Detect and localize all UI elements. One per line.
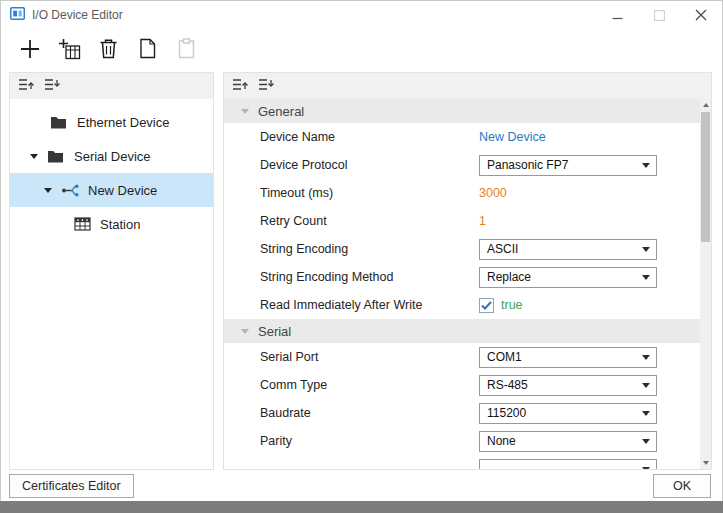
tree-item-label: Ethernet Device — [77, 115, 170, 130]
parity-dropdown[interactable]: None — [479, 431, 657, 452]
property-label: Comm Type — [260, 378, 479, 392]
chevron-down-icon — [642, 411, 650, 416]
window-title: I/O Device Editor — [32, 8, 123, 22]
collapse-icon[interactable] — [241, 109, 249, 114]
tree-toolbar — [10, 73, 213, 99]
property-label: String Encoding — [260, 242, 479, 256]
certificates-editor-button[interactable]: Certificates Editor — [9, 474, 134, 498]
add-station-button[interactable] — [56, 37, 82, 65]
property-row-serial-port: Serial Port COM1 — [224, 343, 700, 371]
chevron-down-icon — [642, 467, 650, 470]
collapse-icon[interactable] — [241, 329, 249, 334]
string-encoding-method-dropdown[interactable]: Replace — [479, 267, 657, 288]
station-icon — [74, 217, 91, 231]
property-row-retry-count: Retry Count 1 — [224, 207, 700, 235]
check-icon — [481, 301, 492, 310]
delete-button[interactable] — [95, 37, 121, 65]
scrollbar-thumb[interactable] — [701, 112, 710, 242]
clipboard-icon — [178, 38, 195, 63]
dropdown-value: RS-485 — [487, 378, 528, 392]
property-row-timeout: Timeout (ms) 3000 — [224, 179, 700, 207]
trash-icon — [99, 38, 118, 63]
dropdown-value: 115200 — [487, 406, 526, 420]
section-header-general[interactable]: General — [224, 99, 700, 123]
property-row-parity: Parity None — [224, 427, 700, 455]
property-row-read-immediately: Read Immediately After Write true — [224, 291, 700, 319]
scroll-down-icon[interactable] — [700, 457, 711, 469]
dropdown-value: Replace — [487, 270, 531, 284]
comm-type-dropdown[interactable]: RS-485 — [479, 375, 657, 396]
section-header-serial[interactable]: Serial — [224, 319, 700, 343]
device-tree: Ethernet Device Serial Device — [10, 99, 213, 469]
retry-count-value[interactable]: 1 — [479, 214, 486, 228]
title-area: I/O Device Editor — [1, 6, 596, 25]
string-encoding-dropdown[interactable]: ASCII — [479, 239, 657, 260]
main-area: Ethernet Device Serial Device — [1, 72, 722, 470]
property-row-string-encoding-method: String Encoding Method Replace — [224, 263, 700, 291]
dropdown-value: ASCII — [487, 242, 518, 256]
expand-all-icon[interactable] — [44, 77, 60, 95]
toolbar — [1, 29, 722, 72]
property-row-baudrate: Baudrate 115200 — [224, 399, 700, 427]
dropdown-partial[interactable] — [479, 459, 657, 470]
tree-item-ethernet-device[interactable]: Ethernet Device — [10, 105, 213, 139]
read-immediately-checkbox[interactable] — [479, 298, 494, 313]
property-label: Parity — [260, 434, 479, 448]
chevron-down-icon — [642, 163, 650, 168]
window-controls — [596, 1, 722, 29]
device-name-value[interactable]: New Device — [479, 130, 546, 144]
timeout-value[interactable]: 3000 — [479, 186, 507, 200]
serial-port-dropdown[interactable]: COM1 — [479, 347, 657, 368]
chevron-down-icon — [642, 355, 650, 360]
plus-icon — [19, 38, 41, 64]
desktop-background-strip — [0, 501, 723, 513]
dropdown-value: Panasonic FP7 — [487, 158, 568, 172]
section-title: Serial — [258, 324, 291, 339]
tree-item-new-device[interactable]: New Device — [10, 173, 213, 207]
table-plus-icon — [58, 38, 81, 64]
expand-all-icon[interactable] — [258, 77, 274, 95]
property-toolbar — [224, 73, 711, 99]
property-row-string-encoding: String Encoding ASCII — [224, 235, 700, 263]
tree-item-station[interactable]: Station — [10, 207, 213, 241]
section-title: General — [258, 104, 304, 119]
baudrate-dropdown[interactable]: 115200 — [479, 403, 657, 424]
property-label: String Encoding Method — [260, 270, 479, 284]
property-row-device-protocol: Device Protocol Panasonic FP7 — [224, 151, 700, 179]
copy-button[interactable] — [134, 37, 160, 65]
property-label: Baudrate — [260, 406, 479, 420]
minimize-button[interactable] — [596, 1, 638, 29]
paste-button[interactable] — [173, 37, 199, 65]
vertical-scrollbar[interactable] — [700, 99, 711, 469]
property-label: Read Immediately After Write — [260, 298, 479, 312]
add-device-button[interactable] — [17, 37, 43, 65]
close-button[interactable] — [680, 1, 722, 29]
expander-icon[interactable] — [30, 154, 38, 159]
expander-icon[interactable] — [44, 188, 52, 193]
chevron-down-icon — [642, 275, 650, 280]
property-grid: General Device Name New Device Device Pr… — [224, 99, 700, 469]
tree-item-label: New Device — [88, 183, 157, 198]
titlebar: I/O Device Editor — [1, 1, 722, 29]
scroll-up-icon[interactable] — [700, 99, 711, 111]
chevron-down-icon — [642, 439, 650, 444]
checkbox-value: true — [501, 298, 523, 312]
property-label: Device Name — [260, 130, 479, 144]
app-icon — [10, 6, 25, 25]
tree-item-serial-device[interactable]: Serial Device — [10, 139, 213, 173]
property-panel: General Device Name New Device Device Pr… — [223, 72, 712, 470]
device-protocol-dropdown[interactable]: Panasonic FP7 — [479, 155, 657, 176]
collapse-all-icon[interactable] — [18, 77, 34, 95]
maximize-button[interactable] — [638, 1, 680, 29]
property-label: Timeout (ms) — [260, 186, 479, 200]
io-device-editor-window: I/O Device Editor — [0, 0, 723, 501]
tree-item-label: Serial Device — [74, 149, 151, 164]
chevron-down-icon — [642, 383, 650, 388]
chevron-down-icon — [642, 247, 650, 252]
collapse-all-icon[interactable] — [232, 77, 248, 95]
ok-button[interactable]: OK — [653, 474, 711, 498]
dropdown-value: COM1 — [487, 350, 522, 364]
device-icon — [61, 183, 79, 198]
footer: Certificates Editor OK — [1, 470, 722, 501]
property-label: Device Protocol — [260, 158, 479, 172]
